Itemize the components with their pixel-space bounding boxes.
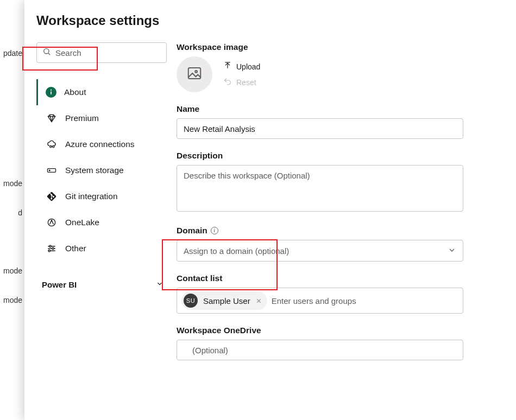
svg-line-1 (48, 53, 50, 55)
diamond-icon (46, 112, 58, 124)
settings-panel: Workspace settings About Premium (24, 0, 516, 420)
info-icon (46, 87, 56, 98)
nav-azure-connections[interactable]: Azure connections (36, 131, 167, 157)
cloud-link-icon (46, 138, 58, 150)
git-icon (46, 190, 58, 202)
search-input[interactable] (55, 48, 161, 58)
svg-point-5 (53, 146, 54, 148)
page-title: Workspace settings (36, 13, 504, 28)
nav-onelake[interactable]: OneLake (36, 209, 167, 236)
nav-label: Azure connections (65, 139, 135, 149)
search-input-wrapper[interactable] (36, 42, 167, 63)
name-input[interactable] (177, 118, 463, 139)
description-input[interactable] (177, 165, 463, 212)
nav-label: OneLake (65, 218, 99, 227)
chevron-down-icon (156, 280, 163, 289)
nav-label: About (64, 87, 86, 97)
workspace-image-label: Workspace image (177, 42, 504, 52)
remove-chip-button[interactable] (256, 296, 262, 306)
nav-about[interactable]: About (36, 79, 167, 105)
svg-point-4 (50, 146, 52, 148)
upload-icon (223, 61, 232, 72)
onedrive-label: Workspace OneDrive (177, 326, 504, 335)
svg-rect-3 (51, 91, 52, 94)
workspace-image-placeholder[interactable] (177, 56, 212, 92)
upload-button[interactable]: Upload (223, 61, 260, 72)
background-left-column: pdate mode d mode mode (0, 0, 24, 420)
reset-button: Reset (223, 77, 260, 87)
contact-list-field: Contact list SU Sample User (177, 273, 504, 314)
domain-select[interactable]: Assign to a domain (optional) (177, 240, 463, 262)
info-icon[interactable]: i (211, 227, 218, 234)
nav-label: Other (65, 244, 86, 253)
svg-point-10 (49, 245, 51, 247)
svg-point-7 (49, 170, 50, 171)
svg-point-0 (44, 49, 49, 54)
svg-point-12 (52, 247, 54, 249)
svg-point-2 (51, 90, 52, 91)
section-label: Power BI (42, 280, 77, 289)
chevron-down-icon (448, 246, 456, 256)
description-label: Description (177, 151, 504, 161)
domain-label: Domain i (177, 226, 504, 236)
onedrive-field: Workspace OneDrive (Optional) (177, 326, 504, 360)
onedrive-input[interactable]: (Optional) (177, 340, 463, 360)
onelake-icon (46, 217, 58, 228)
image-icon (186, 65, 203, 84)
name-label: Name (177, 104, 504, 114)
nav-label: Git integration (65, 192, 118, 201)
section-power-bi[interactable]: Power BI (36, 275, 167, 295)
contact-chip[interactable]: SU Sample User (181, 291, 267, 310)
nav-label: System storage (65, 166, 124, 175)
contact-list-label: Contact list (177, 273, 504, 283)
settings-sidebar: About Premium Azure connections System s… (36, 42, 167, 372)
nav-label: Premium (65, 113, 99, 123)
svg-rect-6 (48, 169, 56, 173)
nav-git-integration[interactable]: Git integration (36, 183, 167, 209)
svg-rect-15 (188, 68, 201, 79)
name-field: Name (177, 104, 504, 139)
svg-point-16 (195, 71, 197, 73)
settings-main: Workspace image Upload (167, 42, 504, 372)
nav-other[interactable]: Other (36, 236, 167, 262)
svg-point-14 (48, 250, 50, 252)
nav-premium[interactable]: Premium (36, 105, 167, 131)
avatar: SU (184, 294, 198, 308)
domain-field: Domain i Assign to a domain (optional) (177, 226, 504, 262)
contact-list-text-input[interactable] (272, 296, 458, 306)
contact-list-input[interactable]: SU Sample User (177, 288, 463, 314)
description-field: Description (177, 151, 504, 214)
undo-icon (223, 77, 232, 87)
search-icon (42, 47, 51, 58)
sliders-icon (46, 243, 58, 254)
contact-chip-name: Sample User (203, 296, 250, 306)
storage-icon (46, 164, 58, 176)
workspace-image-field: Workspace image Upload (177, 42, 504, 92)
nav-system-storage[interactable]: System storage (36, 157, 167, 183)
